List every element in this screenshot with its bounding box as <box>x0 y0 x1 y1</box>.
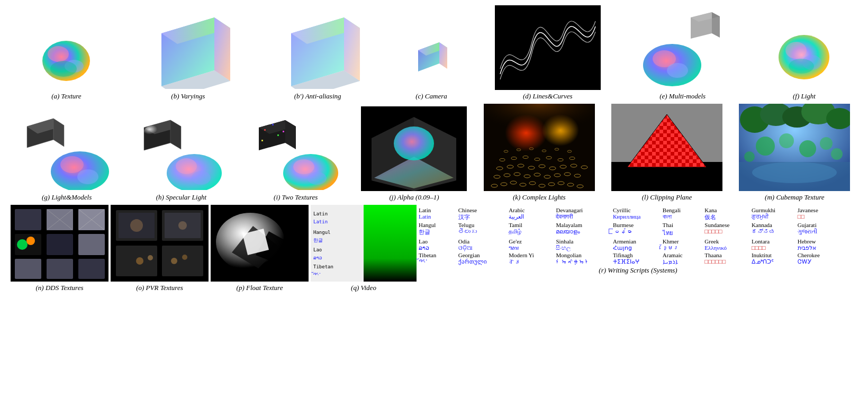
cell-i: (i) Two Textures <box>247 114 345 202</box>
writing-scripts-content: Latin Latin Chinese 汉字 Arabic العربية De… <box>419 205 857 275</box>
script-thai: Thai ไทย <box>663 222 698 238</box>
svg-point-25 <box>789 59 814 74</box>
cell-p: (p) Float Texture <box>211 205 309 292</box>
svg-marker-10 <box>344 17 360 81</box>
svg-point-21 <box>667 63 688 78</box>
label-h: (h) Specular Light <box>156 193 206 202</box>
script-hebrew: Hebrew אלפבית <box>798 238 836 251</box>
svg-rect-133 <box>47 259 73 279</box>
script-modern-yi: Modern Yi ꆈꌠ <box>509 252 549 265</box>
svg-point-23 <box>785 42 807 59</box>
img-cubemap <box>739 104 850 191</box>
svg-marker-41 <box>285 120 296 149</box>
script-greek: Greek Ελληνικό <box>704 238 745 251</box>
img-antialiasing <box>267 5 368 90</box>
svg-rect-44 <box>277 134 279 136</box>
cell-r: Latin Latin Chinese 汉字 Arabic العربية De… <box>419 205 857 275</box>
svg-marker-34 <box>170 120 181 149</box>
svg-point-122 <box>831 148 843 160</box>
script-tifinagh: Tifinagh ⵜⵉⴼⵉⵏⴰⵖ <box>613 252 656 265</box>
label-n: (n) DDS Textures <box>35 284 83 292</box>
cell-a: (a) Texture <box>24 26 108 101</box>
svg-rect-143 <box>162 246 203 276</box>
cell-k: (k) Complex Lights <box>484 104 595 202</box>
svg-text:Latin: Latin <box>313 219 328 224</box>
label-m: (m) Cubemap Texture <box>765 193 824 202</box>
img-clipping <box>611 104 722 191</box>
img-dds <box>11 205 108 282</box>
svg-marker-6 <box>214 17 230 81</box>
script-malayalam: Malayalam മലയാളം <box>556 222 607 238</box>
script-gujarati: Gujarati ગુજરાતી <box>798 222 836 238</box>
svg-text:Hangul: Hangul <box>313 230 331 235</box>
script-georgian: Georgian ქართული <box>458 252 503 265</box>
script-arabic: Arabic العربية <box>509 207 549 221</box>
svg-point-3 <box>50 61 77 77</box>
script-thaana: Thaana □□□□□□ <box>704 252 745 265</box>
svg-rect-150 <box>119 213 155 238</box>
svg-rect-15 <box>495 5 601 90</box>
script-khmer: Khmer ខ្មែរ <box>663 238 698 251</box>
svg-rect-132 <box>15 259 41 279</box>
label-c: (c) Camera <box>415 92 447 101</box>
svg-rect-46 <box>283 131 284 132</box>
label-f: (f) Light <box>793 92 816 101</box>
svg-marker-28 <box>53 119 64 147</box>
svg-rect-134 <box>78 259 105 279</box>
main-container: (a) Texture <box>0 0 868 297</box>
svg-point-129 <box>26 237 35 245</box>
label-k: (k) Complex Lights <box>513 193 566 202</box>
svg-point-37 <box>176 158 197 174</box>
label-bp: (b') Anti-aliasing <box>294 92 341 101</box>
cell-n: (n) DDS Textures <box>11 205 108 292</box>
cell-g: (g) Light&Models <box>18 114 116 202</box>
svg-point-118 <box>779 133 794 148</box>
svg-point-119 <box>799 140 816 157</box>
svg-point-55 <box>394 126 434 160</box>
row1: (a) Texture <box>11 5 857 101</box>
script-gurmukhi: Gurmukhi ਗੁਰਮੁਖੀ <box>752 207 791 221</box>
script-telugu: Telugu తెలుగు <box>458 222 503 238</box>
svg-text:Lao: Lao <box>313 247 322 252</box>
img-multimodels <box>630 11 736 90</box>
svg-rect-151 <box>165 213 201 238</box>
cell-m: (m) Cubemap Texture <box>739 104 850 202</box>
script-chinese: Chinese 汉字 <box>458 207 503 221</box>
script-devanagari: Devanagari देवनागरी <box>556 207 607 221</box>
script-kannada: Kannada ಕನ್ನಡ <box>752 222 791 238</box>
label-l: (l) Clipping Plane <box>642 193 692 202</box>
script-mongolian: Mongolian ᠮᠣᠩᠭᠣᠯ <box>556 252 607 265</box>
script-burmese: Burmese မြန်မာ <box>613 222 656 238</box>
img-varyings <box>138 5 238 90</box>
row2: (g) Light&Models <box>11 104 857 202</box>
svg-rect-43 <box>272 124 274 125</box>
img-pvr <box>111 205 209 282</box>
svg-rect-45 <box>261 140 263 141</box>
script-sundanese: Sundanese □□□□□ <box>704 222 745 238</box>
cell-j: (j) Alpha (0.09–1) <box>361 106 467 202</box>
scripts-title: (r) Writing Scripts (Systems) <box>419 266 857 275</box>
script-cyrillic: Cyrillic Кириллица <box>613 207 656 221</box>
svg-rect-130 <box>47 234 73 255</box>
img-twotextures <box>247 114 345 191</box>
script-lao: Lao ລາວ <box>419 238 452 251</box>
row3: (n) DDS Textures <box>11 205 857 292</box>
svg-point-30 <box>60 156 84 173</box>
script-aramaic: Aramaic ܐܪܡܝܐ <box>663 252 698 265</box>
img-complexlights <box>484 104 595 191</box>
script-kana: Kana 仮名 <box>704 207 745 221</box>
cell-o: (o) PVR Textures <box>111 205 209 292</box>
script-latin: Latin Latin <box>419 207 452 221</box>
cell-d: (d) Lines&Curves <box>495 5 601 101</box>
svg-point-1 <box>48 46 69 62</box>
svg-point-121 <box>744 151 755 162</box>
svg-text:Latin: Latin <box>313 211 328 216</box>
cell-h: (h) Specular Light <box>132 114 230 202</box>
cell-f: (f) Light <box>764 21 844 101</box>
img-texture <box>24 26 108 90</box>
cell-e: (e) Multi-models <box>630 11 736 101</box>
svg-point-116 <box>752 162 837 183</box>
script-cherokee: Cherokee ᏣᎳᎩ <box>798 252 836 265</box>
cell-c: (c) Camera <box>397 26 466 101</box>
svg-point-48 <box>293 159 314 174</box>
